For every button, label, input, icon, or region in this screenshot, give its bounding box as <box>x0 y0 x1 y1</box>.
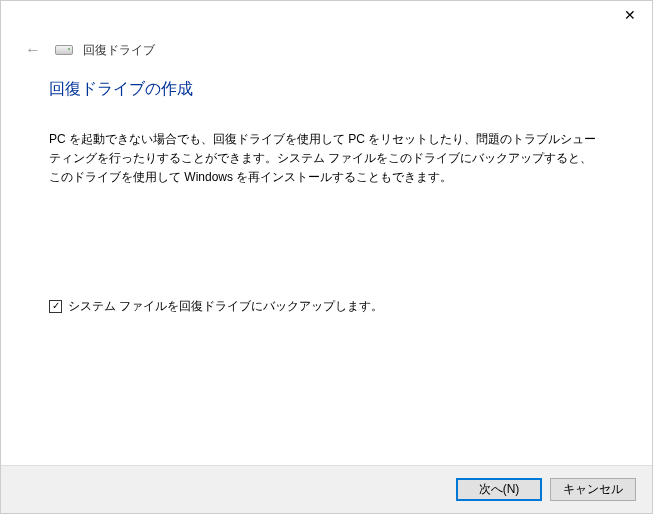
page-description: PC を起動できない場合でも、回復ドライブを使用して PC をリセットしたり、問… <box>49 130 604 188</box>
next-button[interactable]: 次へ(N) <box>456 478 542 501</box>
close-icon: ✕ <box>624 7 636 23</box>
backup-checkbox-label: システム ファイルを回復ドライブにバックアップします。 <box>68 298 383 315</box>
backup-checkbox-row: ✓ システム ファイルを回復ドライブにバックアップします。 <box>49 298 604 315</box>
close-button[interactable]: ✕ <box>607 1 652 29</box>
cancel-button[interactable]: キャンセル <box>550 478 636 501</box>
content-area: 回復ドライブの作成 PC を起動できない場合でも、回復ドライブを使用して PC … <box>1 69 652 315</box>
back-arrow-icon[interactable]: ← <box>21 41 45 59</box>
page-title: 回復ドライブの作成 <box>49 79 604 100</box>
wizard-header: ← 回復ドライブ <box>1 31 652 69</box>
titlebar: ✕ <box>1 1 652 31</box>
wizard-title: 回復ドライブ <box>83 42 155 59</box>
drive-icon <box>55 45 73 55</box>
footer: 次へ(N) キャンセル <box>1 465 652 513</box>
backup-checkbox[interactable]: ✓ <box>49 300 62 313</box>
